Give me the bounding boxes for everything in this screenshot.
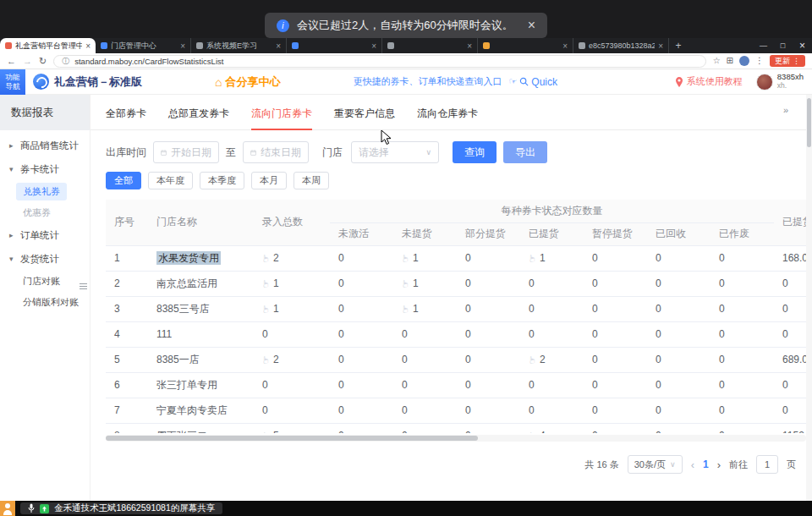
- end-date-input[interactable]: 结束日期: [243, 141, 309, 163]
- browser-tab[interactable]: 礼盒营销平台管理中心×: [0, 38, 96, 53]
- sidebar-group[interactable]: ▸商品销售统计: [0, 134, 90, 157]
- cell-value[interactable]: 1: [413, 252, 419, 264]
- store-label: 门店: [322, 145, 343, 160]
- main-tab[interactable]: 重要客户信息: [334, 107, 395, 129]
- cell-value[interactable]: 2: [273, 354, 279, 365]
- main-tab[interactable]: 全部券卡: [106, 107, 146, 129]
- search-button[interactable]: 查询: [453, 141, 497, 163]
- cell-value[interactable]: 1: [413, 277, 419, 289]
- browser-tab[interactable]: 系统视频E学习×: [191, 38, 287, 53]
- url-box[interactable]: ⓘ standard.maboy.cn/CardFlowStatisticsLi…: [53, 55, 705, 68]
- tab-close-icon[interactable]: ×: [371, 41, 376, 51]
- nav-toggle-button[interactable]: 功能 导航: [0, 69, 25, 95]
- cell-value: 0: [465, 328, 471, 340]
- cell-value: 0: [719, 430, 725, 433]
- browser-profile-avatar[interactable]: [739, 56, 749, 66]
- main-tab[interactable]: 流向门店券卡: [251, 107, 312, 129]
- range-filter-button[interactable]: 本季度: [200, 172, 244, 189]
- cell-value[interactable]: 5: [273, 430, 279, 433]
- new-tab-button[interactable]: +: [669, 38, 688, 53]
- export-button[interactable]: 导出: [503, 141, 547, 163]
- tab-close-icon[interactable]: ×: [85, 41, 91, 51]
- refresh-icon[interactable]: ↻: [39, 57, 47, 66]
- start-date-placeholder: 开始日期: [171, 145, 211, 160]
- start-date-input[interactable]: 开始日期: [153, 141, 219, 163]
- horizontal-scrollbar-thumb[interactable]: [106, 436, 478, 441]
- horizontal-scrollbar[interactable]: [106, 435, 806, 442]
- cell-total: 0: [254, 321, 330, 347]
- cell-value[interactable]: 1: [273, 303, 279, 315]
- page-number-1[interactable]: 1: [703, 458, 709, 470]
- browser-menu-icon[interactable]: ⋮: [755, 57, 764, 65]
- sidebar-item[interactable]: 优惠券: [0, 202, 90, 223]
- range-filter-button[interactable]: 本年度: [148, 172, 193, 189]
- main-tab[interactable]: 流向仓库券卡: [417, 107, 478, 129]
- cell-value[interactable]: 1: [413, 303, 419, 315]
- back-icon[interactable]: ←: [7, 57, 16, 66]
- cell-value: 0: [656, 354, 661, 365]
- bookmark-star-icon[interactable]: ☆: [713, 57, 721, 65]
- table-row: 4111000000000: [106, 321, 806, 347]
- vertical-scrollbar[interactable]: [806, 95, 812, 501]
- store-select[interactable]: 请选择 ∨: [351, 141, 439, 163]
- pointer-hand-icon: ☞: [261, 432, 272, 433]
- nav-toggle-line2: 导航: [6, 82, 20, 91]
- tutorial-link[interactable]: 系统使用教程: [675, 75, 743, 88]
- next-page-button[interactable]: ›: [717, 458, 721, 471]
- tab-close-icon[interactable]: ×: [180, 41, 185, 51]
- cell-value[interactable]: 4: [540, 430, 546, 433]
- cell-status: 0: [584, 271, 647, 296]
- sidebar-group[interactable]: ▾发货统计: [0, 247, 90, 271]
- browser-tab[interactable]: 门店管理中心×: [96, 38, 191, 53]
- pointer-hand-icon: ☞: [527, 432, 538, 433]
- tab-close-icon[interactable]: ×: [562, 41, 568, 51]
- cell-value[interactable]: 1: [273, 277, 279, 289]
- cell-status: 0: [457, 423, 520, 433]
- cell-value[interactable]: 2: [273, 252, 279, 264]
- nav-toggle-line1: 功能: [6, 73, 20, 81]
- sidebar-item[interactable]: 兑换礼券: [0, 181, 90, 202]
- vertical-scrollbar-thumb[interactable]: [807, 98, 811, 147]
- sidebar-collapse-handle[interactable]: [77, 279, 89, 293]
- collapse-panel-icon[interactable]: »: [783, 105, 787, 115]
- tab-close-icon[interactable]: ×: [276, 41, 281, 51]
- sidebar-group[interactable]: ▸订单统计: [0, 223, 90, 247]
- page-jump-input[interactable]: [756, 455, 778, 474]
- browser-tab[interactable]: ×: [382, 38, 478, 53]
- prev-page-button[interactable]: ‹: [691, 458, 694, 471]
- tab-close-icon[interactable]: ×: [467, 41, 472, 51]
- cell-value[interactable]: 1: [540, 252, 546, 264]
- forward-icon[interactable]: →: [23, 57, 32, 66]
- page-info-icon[interactable]: ⓘ: [62, 56, 69, 67]
- share-center-link[interactable]: ⌂ 合分享中心: [215, 74, 280, 90]
- column-header-store: 门店名称: [148, 200, 254, 245]
- browser-tab[interactable]: ×: [478, 38, 573, 53]
- toast-close-icon[interactable]: ×: [528, 18, 535, 33]
- cell-value[interactable]: 2: [540, 354, 546, 365]
- page-size-select[interactable]: 30条/页 ∨: [628, 455, 683, 474]
- sidebar-item[interactable]: 分销版利对账: [0, 292, 90, 313]
- sidebar-group[interactable]: ▾券卡统计: [0, 157, 90, 181]
- cell-status: 0: [647, 321, 710, 347]
- tab-close-icon[interactable]: ×: [658, 41, 663, 51]
- range-filter-button[interactable]: 本周: [294, 172, 329, 189]
- extensions-icon[interactable]: ⊞: [727, 57, 733, 65]
- quick-search-link[interactable]: ☞ Quick: [508, 76, 557, 88]
- taskbar-app-icon[interactable]: [0, 501, 15, 516]
- range-filter-button[interactable]: 全部: [106, 172, 141, 189]
- range-filter-button[interactable]: 本月: [251, 172, 287, 189]
- main-tab[interactable]: 总部直发券卡: [168, 107, 229, 129]
- window-close-button[interactable]: ×: [793, 38, 812, 53]
- browser-update-button[interactable]: 更新 ⋮: [770, 55, 805, 67]
- window-minimize-button[interactable]: —: [754, 38, 773, 53]
- user-menu[interactable]: 8385xh xh.: [756, 73, 804, 91]
- cell-total: ☞1: [254, 271, 330, 296]
- window-maximize-button[interactable]: □: [773, 38, 793, 53]
- cell-value: 0: [656, 303, 661, 315]
- browser-tabs: 礼盒营销平台管理中心×门店管理中心×系统视频E学习××××e8c573980b1…: [0, 38, 669, 53]
- browser-tab[interactable]: ×: [287, 38, 382, 53]
- browser-tab[interactable]: e8c573980b1328a2586d2e6l×: [573, 38, 669, 53]
- cell-value: 0: [465, 277, 471, 289]
- tab-favicon: [196, 42, 203, 49]
- promo-link[interactable]: 更快捷的券卡、订单和快递查询入口: [353, 75, 502, 88]
